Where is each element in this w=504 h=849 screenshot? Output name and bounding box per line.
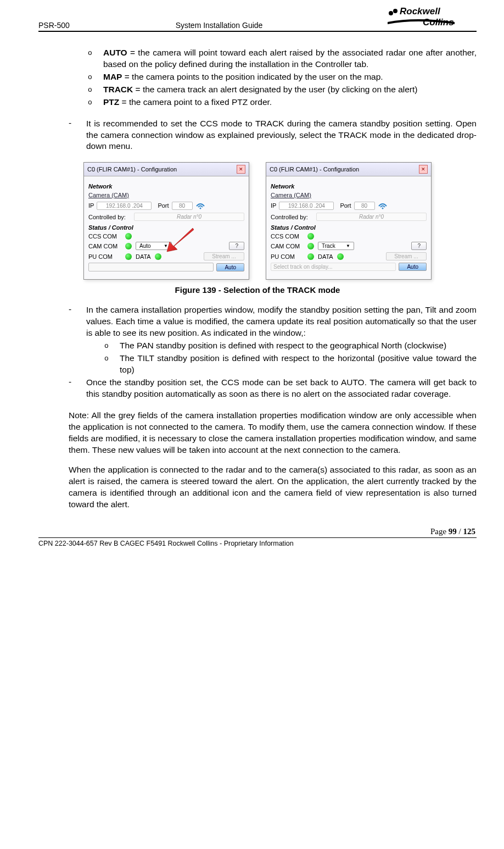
- port-label: Port: [340, 202, 351, 209]
- panel-title-text: C0 (FLIR CAM#1) - Configuration: [270, 166, 359, 173]
- auto-button[interactable]: Auto: [399, 263, 427, 271]
- status-dot-green: [307, 243, 314, 249]
- dash-bullet: -: [69, 118, 86, 153]
- list-item: o The TILT standby position is defined w…: [104, 353, 477, 376]
- mode-dropdown[interactable]: Track▼: [318, 242, 354, 250]
- dropdown-value: Auto: [139, 243, 151, 249]
- panel-title-text: C0 (FLIR CAM#1) - Configuration: [87, 166, 177, 173]
- empty-field: [88, 263, 214, 271]
- ip-label: IP: [271, 202, 276, 209]
- panel-titlebar: C0 (FLIR CAM#1) - Configuration ✕: [266, 163, 431, 176]
- dash-list: - Once the standby position set, the CCS…: [69, 377, 477, 400]
- dash-list: - It is recommended to set the CCS mode …: [69, 118, 477, 153]
- radar-field: Radar n°0: [134, 213, 244, 221]
- pu-label: PU COM: [271, 253, 304, 260]
- port-field[interactable]: 80: [354, 202, 375, 210]
- ip-label: IP: [88, 202, 94, 209]
- list-item: - It is recommended to set the CCS mode …: [69, 118, 477, 153]
- ccs-label: CCS COM: [271, 233, 304, 240]
- page-sep: /: [457, 527, 463, 536]
- camera-link[interactable]: Camera (CAM): [271, 192, 427, 198]
- stream-button[interactable]: Stream ...: [204, 252, 244, 260]
- def-text: = the camera point to a fixed PTZ order.: [119, 97, 272, 107]
- mode-definitions: o AUTO = the camera will point toward ea…: [88, 47, 477, 108]
- note-paragraph: Note: All the grey fields of the camera …: [69, 410, 477, 456]
- status-dot-green: [125, 253, 132, 260]
- controlled-by-label: Controlled by:: [271, 214, 313, 220]
- header-left: PSR-500: [38, 21, 104, 30]
- term-auto: AUTO: [103, 48, 127, 57]
- camera-link[interactable]: Camera (CAM): [88, 192, 244, 198]
- port-field[interactable]: 80: [172, 202, 193, 210]
- ip-field[interactable]: 192.168.0 .204: [279, 202, 334, 210]
- port-label: Port: [158, 202, 169, 209]
- wifi-icon[interactable]: [195, 201, 205, 210]
- figure-139: C0 (FLIR CAM#1) - Configuration ✕ Networ…: [38, 162, 477, 295]
- page-content: o AUTO = the camera will point toward ea…: [38, 47, 477, 510]
- sub-text: The PAN standby position is defined with…: [120, 340, 477, 352]
- list-item: o AUTO = the camera will point toward ea…: [88, 47, 477, 70]
- term-track: TRACK: [103, 85, 133, 94]
- dash-text: Once the standby position set, the CCS m…: [86, 377, 477, 400]
- term-map: MAP: [103, 72, 122, 81]
- pu-label: PU COM: [88, 253, 121, 260]
- figure-caption: Figure 139 - Selection of the TRACK mode: [38, 285, 477, 295]
- svg-point-3: [393, 9, 397, 13]
- list-item: o The PAN standby position is defined wi…: [104, 340, 477, 352]
- list-item: o MAP = the camera points to the positio…: [88, 71, 477, 83]
- bullet-circle: o: [88, 97, 103, 108]
- page-current: 99: [449, 527, 457, 536]
- header-center: System Installation Guide: [104, 21, 356, 30]
- close-icon[interactable]: ✕: [419, 165, 428, 174]
- help-button[interactable]: ?: [229, 242, 244, 250]
- term-ptz: PTZ: [103, 97, 119, 107]
- last-paragraph: When the application is connected to the…: [69, 464, 477, 510]
- dash-text: It is recommended to set the CCS mode to…: [86, 118, 477, 153]
- status-dot-green: [155, 253, 161, 260]
- dash-list: - In the camera installation properties …: [69, 304, 477, 339]
- config-panel-left: C0 (FLIR CAM#1) - Configuration ✕ Networ…: [83, 162, 249, 280]
- stream-button[interactable]: Stream ...: [386, 252, 427, 260]
- status-dot-green: [307, 253, 314, 260]
- status-dot-green: [125, 243, 132, 249]
- wifi-icon[interactable]: [378, 201, 388, 210]
- auto-button[interactable]: Auto: [216, 263, 244, 271]
- cam-label: CAM COM: [271, 243, 304, 249]
- dash2-intro: In the camera installation properties wi…: [86, 305, 477, 337]
- svg-point-2: [389, 11, 393, 15]
- page-prefix: Page: [430, 527, 449, 536]
- controlled-by-label: Controlled by:: [88, 214, 131, 220]
- svg-point-6: [382, 208, 383, 209]
- section-network: Network: [271, 183, 427, 190]
- rockwell-collins-logo: Rockwell Collins: [383, 5, 477, 30]
- svg-text:Rockwell: Rockwell: [400, 6, 441, 16]
- track-hint-field: Select track on display...: [271, 263, 396, 271]
- cam-label: CAM COM: [88, 243, 121, 249]
- svg-marker-5: [167, 228, 194, 252]
- list-item: o TRACK = the camera track an alert desi…: [88, 84, 477, 96]
- bullet-circle: o: [88, 47, 103, 70]
- panel-titlebar: C0 (FLIR CAM#1) - Configuration ✕: [84, 163, 249, 176]
- list-item: - In the camera installation properties …: [69, 304, 477, 339]
- data-label: DATA: [136, 253, 151, 260]
- dropdown-value: Track: [322, 243, 335, 249]
- section-network: Network: [88, 183, 244, 190]
- dash2-sublist: o The PAN standby position is defined wi…: [104, 340, 477, 376]
- radar-field: Radar n°0: [316, 213, 427, 221]
- page-number: Page 99 / 125: [38, 527, 477, 536]
- bullet-circle: o: [88, 84, 103, 96]
- bullet-circle: o: [104, 353, 120, 376]
- def-text: = the camera points to the position indi…: [122, 72, 383, 81]
- close-icon[interactable]: ✕: [237, 165, 245, 174]
- ip-field[interactable]: 192.168.0 .204: [97, 202, 152, 210]
- svg-point-4: [199, 208, 201, 209]
- page-footer: Page 99 / 125 CPN 222-3044-657 Rev B CAG…: [38, 527, 477, 547]
- status-dot-green: [337, 253, 344, 260]
- status-dot-green: [307, 233, 314, 240]
- chevron-down-icon: ▼: [346, 243, 350, 248]
- footer-line: CPN 222-3044-657 Rev B CAGEC F5491 Rockw…: [38, 537, 477, 547]
- dash-bullet: -: [69, 377, 86, 400]
- red-arrow-callout: [165, 225, 198, 253]
- help-button[interactable]: ?: [411, 242, 427, 250]
- list-item: o PTZ = the camera point to a fixed PTZ …: [88, 97, 477, 108]
